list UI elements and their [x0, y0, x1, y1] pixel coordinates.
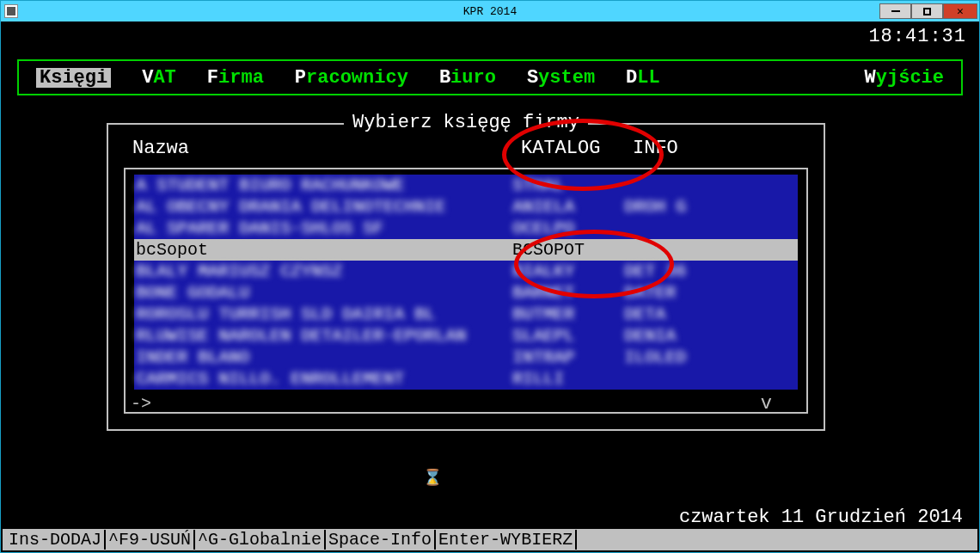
row-name: BLALY MARIUSZ CZYNSZ [134, 261, 512, 281]
menu-biuro[interactable]: Biuro [439, 68, 496, 88]
date-line: czwartek 11 Grudzień 2014 [679, 507, 963, 527]
menu-system[interactable]: System [527, 68, 595, 88]
menubar: Księgi VAT Firma Pracownicy Biuro System… [17, 59, 963, 95]
column-headers: Nazwa KATALOG INFO [132, 138, 799, 158]
window-title: KPR 2014 [463, 5, 517, 18]
menu-wyjscie[interactable]: Wyjście [865, 68, 944, 88]
col-katalog: KATALOG [521, 138, 633, 158]
menu-dll[interactable]: DLL [626, 68, 660, 88]
row-name: CARMICS NILLO. ENROLLEMENT [134, 369, 512, 389]
hint-info: Space-Info [326, 530, 436, 550]
row-name: bcSopot [134, 240, 512, 260]
list-row[interactable]: AL OBECNY DRANIA DELINOTECHNIEANIELADROH… [134, 196, 798, 218]
scroll-down-indicator[interactable]: v [761, 394, 772, 414]
menu-firma[interactable]: Firma [207, 68, 264, 88]
list-row[interactable]: CARMICS NILLO. ENROLLEMENTRILLI [134, 368, 798, 390]
close-button[interactable]: ✕ [943, 3, 977, 19]
list-row[interactable]: A STUDENT BIURO RACHUNKOWESTHAL [134, 175, 798, 196]
row-info: DENIA [624, 326, 736, 346]
col-nazwa: Nazwa [132, 138, 521, 158]
list-row[interactable]: AL SPARER DANIS-SHLOS SFOCELPO [134, 218, 798, 239]
menu-vat[interactable]: VAT [142, 68, 176, 88]
row-katalog: ANIELA [512, 197, 624, 217]
row-katalog: BCSOPOT [512, 240, 624, 260]
row-info: DETA [624, 304, 736, 324]
row-name: INDER BLANO [134, 347, 512, 367]
row-katalog: BUTMER [512, 304, 624, 324]
hourglass-icon: ⌛ [423, 469, 442, 488]
row-info: DATER [624, 283, 736, 303]
listbox[interactable]: A STUDENT BIURO RACHUNKOWESTHALAL OBECNY… [124, 168, 808, 414]
app-window: KPR 2014 ✕ 18:41:31 Księgi VAT Firma Pra… [0, 0, 980, 553]
row-info: DROH G [624, 197, 736, 217]
row-katalog: RILLI [512, 369, 624, 389]
list-row[interactable]: bcSopotBCSOPOT [134, 239, 798, 261]
row-name: ROROSLU TURRISH SLD DAIRIA BL [134, 304, 512, 324]
titlebar[interactable]: KPR 2014 ✕ [1, 1, 979, 22]
row-katalog: BARNET [512, 283, 624, 303]
row-name: RLUWISE NAROLEN DETAILER-EPORLAN [134, 326, 512, 346]
row-info: DET 36 [624, 261, 736, 281]
select-book-dialog: Wybierz księgę firmy Nazwa KATALOG INFO … [107, 123, 825, 431]
list-row[interactable]: INDER BLANOINTRAPILOLED [134, 347, 798, 368]
row-name: A STUDENT BIURO RACHUNKOWE [134, 175, 512, 195]
hint-global: ^G-Globalnie [195, 530, 326, 550]
row-katalog: BIALKY [512, 261, 624, 281]
row-katalog: STHAL [512, 175, 624, 195]
row-katalog: SLAEPL [512, 326, 624, 346]
dialog-title: Wybierz księgę firmy [344, 113, 588, 132]
list-row[interactable]: BLALY MARIUSZ CZYNSZBIALKYDET 36 [134, 261, 798, 282]
list-row[interactable]: BONE GODALUBARNETDATER [134, 282, 798, 304]
row-info: ILOLED [624, 347, 736, 367]
menu-ksiegi[interactable]: Księgi [36, 68, 111, 88]
terminal-area: 18:41:31 Księgi VAT Firma Pracownicy Biu… [2, 22, 978, 551]
minimize-button[interactable] [879, 3, 911, 19]
list-row[interactable]: RLUWISE NAROLEN DETAILER-EPORLANSLAEPLDE… [134, 325, 798, 347]
scroll-left-indicator: -> [131, 394, 151, 414]
hint-delete: ^F9-USUŃ [106, 530, 195, 550]
row-name: BONE GODALU [134, 283, 512, 303]
hint-insert: Ins-DODAJ [6, 530, 106, 550]
list-row[interactable]: ROROSLU TURRISH SLD DAIRIA BLBUTMERDETA [134, 304, 798, 325]
row-katalog: OCELPO [512, 218, 624, 238]
maximize-button[interactable] [911, 3, 943, 19]
app-icon [4, 4, 18, 18]
status-bar: Ins-DODAJ ^F9-USUŃ ^G-Globalnie Space-In… [3, 529, 977, 550]
col-info: INFO [633, 138, 719, 158]
menu-pracownicy[interactable]: Pracownicy [295, 68, 408, 88]
row-name: AL OBECNY DRANIA DELINOTECHNIE [134, 197, 512, 217]
row-katalog: INTRAP [512, 347, 624, 367]
hint-enter: Enter-WYBIERZ [436, 530, 577, 550]
clock: 18:41:31 [868, 27, 966, 46]
row-name: AL SPARER DANIS-SHLOS SF [134, 218, 512, 238]
